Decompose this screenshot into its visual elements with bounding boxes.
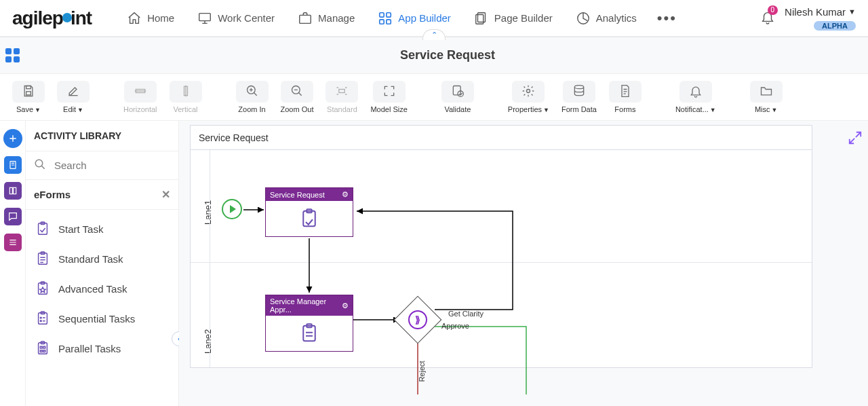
lib-parallel-tasks[interactable]: Parallel Tasks: [26, 333, 178, 363]
validate-icon: [451, 84, 465, 100]
zoom-out-icon: [290, 84, 304, 100]
fullscreen-icon: [382, 84, 396, 100]
search-field[interactable]: [53, 159, 170, 172]
nav-label: App Builder: [398, 12, 451, 24]
lib-start-task[interactable]: Start Task: [26, 214, 178, 244]
rail-chat-icon[interactable]: [4, 208, 22, 225]
fit-standard-icon: [335, 84, 349, 100]
nav-label: Analytics: [596, 12, 637, 24]
tool-horizontal[interactable]: Horizontal: [123, 81, 157, 113]
canvas[interactable]: Service Request Lane1 Lane2: [179, 121, 868, 406]
svg-rect-3: [387, 12, 391, 16]
folder-icon: [760, 84, 773, 100]
svg-point-32: [40, 317, 41, 318]
svg-rect-1: [300, 15, 311, 23]
tool-forms[interactable]: Forms: [609, 81, 642, 113]
tool-standard[interactable]: Standard: [326, 81, 358, 113]
page-title: Service Request: [27, 48, 868, 62]
zoom-in-icon: [245, 84, 259, 100]
gear-icon[interactable]: ⚙: [342, 301, 349, 310]
notification-count: 0: [768, 5, 778, 15]
svg-rect-16: [453, 86, 460, 94]
nav-label: Work Center: [218, 12, 275, 24]
start-event[interactable]: [222, 199, 242, 219]
nav-label: Page Builder: [494, 12, 553, 24]
svg-rect-22: [13, 187, 16, 193]
pages-icon: [474, 11, 489, 26]
svg-point-18: [527, 89, 530, 92]
tool-properties[interactable]: Properties▼: [508, 81, 549, 113]
svg-rect-5: [387, 19, 391, 23]
rail-clipboard-icon[interactable]: [4, 156, 22, 174]
section-eforms[interactable]: eForms ✕: [26, 180, 178, 210]
nav-more-icon[interactable]: •••: [652, 10, 682, 27]
nav-home[interactable]: Home: [119, 7, 182, 30]
monitor-icon: [197, 11, 212, 26]
tool-edit[interactable]: Edit▼: [57, 81, 90, 113]
document-icon: [618, 84, 632, 100]
svg-rect-37: [43, 346, 45, 348]
rail-list-icon[interactable]: [4, 234, 22, 251]
user-menu[interactable]: Nilesh Kumar ▼ ALPHA: [785, 6, 856, 31]
rail-app-icon[interactable]: [4, 182, 22, 200]
main-area: ACTIVITY LIBRARY eForms ✕ Start Task Sta…: [0, 121, 868, 406]
nav-work-center[interactable]: Work Center: [189, 7, 283, 30]
clipboard-check-icon: [35, 221, 50, 237]
rail-add-icon[interactable]: [3, 129, 22, 148]
gear-icon[interactable]: ⚙: [342, 190, 349, 199]
nav-manage[interactable]: Manage: [290, 7, 363, 30]
tool-vertical[interactable]: Vertical: [170, 81, 202, 113]
chevron-down-icon: ▼: [848, 7, 856, 16]
tool-model-size[interactable]: Model Size: [370, 81, 407, 113]
database-icon: [572, 84, 586, 100]
activity-service-request[interactable]: Service Request⚙: [265, 187, 353, 237]
tool-misc[interactable]: Misc▼: [750, 81, 783, 113]
panel-title: ACTIVITY LIBRARY: [26, 121, 178, 151]
notification-bell[interactable]: 0: [760, 10, 775, 26]
clipboard-par-icon: [35, 340, 50, 356]
brand-logo: agilepint: [12, 7, 92, 29]
editor-toolbar: Save▼ Edit▼ Horizontal Vertical Zoom In …: [0, 73, 868, 121]
lib-sequential-tasks[interactable]: Sequential Tasks: [26, 303, 178, 333]
process-title: Service Request: [191, 126, 812, 150]
pie-icon: [576, 11, 591, 26]
tool-notification[interactable]: Notificat...▼: [675, 81, 716, 113]
edge-get-clarity: Get Clarity: [448, 310, 484, 318]
edit-icon: [66, 84, 80, 100]
left-rail: [0, 121, 26, 406]
search-input[interactable]: [26, 151, 178, 180]
collapse-up-icon[interactable]: ⌃: [422, 29, 446, 40]
nav-page-builder[interactable]: Page Builder: [466, 7, 561, 30]
tool-validate[interactable]: Validate: [441, 81, 474, 113]
nav-analytics[interactable]: Analytics: [568, 7, 645, 30]
svg-rect-10: [26, 91, 31, 94]
nav-app-builder[interactable]: App Builder: [370, 7, 459, 30]
svg-point-19: [574, 85, 583, 88]
search-icon: [34, 158, 46, 172]
lib-standard-task[interactable]: Standard Task: [26, 244, 178, 274]
tool-zoom-in[interactable]: Zoom In: [236, 81, 269, 113]
activity-service-manager-approval[interactable]: Service Manager Appr...⚙: [265, 295, 353, 352]
gear-icon: [521, 84, 535, 100]
close-icon[interactable]: ✕: [161, 188, 170, 201]
apps-icon[interactable]: [0, 43, 27, 68]
align-vertical-icon: [179, 84, 193, 100]
home-icon: [127, 11, 142, 26]
process-card: Service Request Lane1 Lane2: [190, 125, 812, 368]
lib-advanced-task[interactable]: Advanced Task: [26, 274, 178, 303]
user-name: Nilesh Kumar: [785, 6, 846, 18]
save-icon: [22, 84, 35, 100]
tool-save[interactable]: Save▼: [12, 81, 45, 113]
tool-zoom-out[interactable]: Zoom Out: [281, 81, 314, 113]
briefcase-icon: [298, 11, 313, 26]
clipboard-seq-icon: [35, 310, 50, 327]
svg-rect-0: [199, 13, 211, 20]
bell-icon: [689, 84, 703, 100]
align-horizontal-icon: [134, 84, 147, 100]
svg-rect-39: [43, 350, 45, 352]
activity-panel: ACTIVITY LIBRARY eForms ✕ Start Task Sta…: [26, 121, 179, 406]
user-area: 0 Nilesh Kumar ▼ ALPHA: [760, 6, 856, 31]
tool-form-data[interactable]: Form Data: [561, 81, 597, 113]
expand-icon[interactable]: [848, 130, 863, 147]
edge-approve: Approve: [441, 322, 469, 330]
